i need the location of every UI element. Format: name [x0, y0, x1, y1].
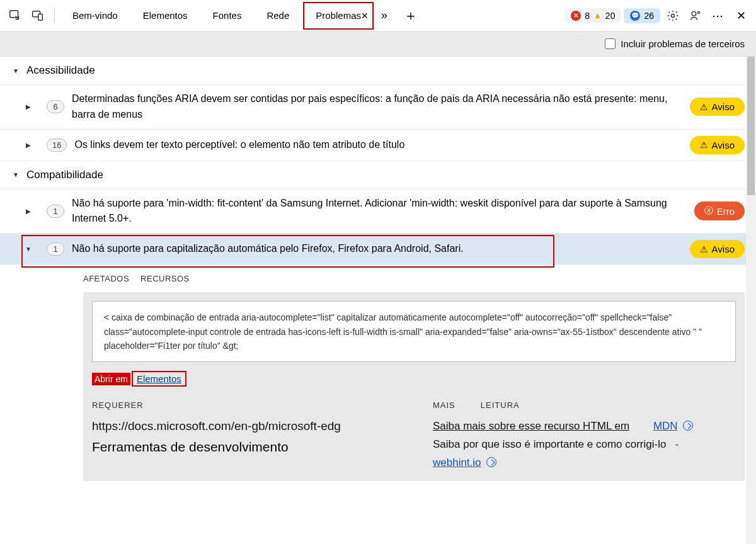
- warning-triangle-icon: ⚠: [700, 244, 708, 254]
- more-tabs-chevron-icon[interactable]: »: [376, 9, 392, 22]
- severity-label: Aviso: [712, 140, 735, 150]
- issue-text: Não há suporte para 'min-width: fit-cont…: [72, 196, 687, 227]
- settings-gear-icon[interactable]: [663, 6, 683, 26]
- warning-triangle-icon: ⚠: [700, 102, 708, 112]
- tab-elements[interactable]: Elementos: [132, 0, 199, 31]
- inspect-element-icon[interactable]: [5, 6, 25, 26]
- scrollbar-thumb[interactable]: [747, 57, 755, 195]
- chevron-right-icon: [24, 140, 33, 149]
- issue-text: Não há suporte para capitalização automá…: [72, 241, 682, 257]
- svg-point-4: [692, 11, 696, 16]
- scrollbar-track[interactable]: [746, 57, 756, 544]
- severity-badge-warning: ⚠ Aviso: [690, 240, 745, 258]
- tab-issues[interactable]: Problemas ✕: [303, 2, 374, 30]
- issue-text: Os links devem ter texto perceptível: o …: [74, 137, 682, 153]
- checkbox-icon: [605, 38, 616, 49]
- include-third-party-checkbox[interactable]: Incluir problemas de terceiros: [605, 38, 745, 49]
- more-reading-column: MAISLEITURA Saiba mais sobre esse recurs…: [433, 400, 736, 472]
- devtools-toolbar: Bem-vindo Elementos Fontes Rede Problema…: [0, 0, 756, 31]
- tab-network[interactable]: Rede: [255, 0, 301, 31]
- issue-count-badge: 16: [47, 139, 67, 152]
- close-devtools-icon[interactable]: ✕: [731, 6, 751, 26]
- chevron-right-icon: [24, 207, 33, 215]
- error-circle-icon: ⓧ: [704, 205, 713, 217]
- category-compatibility[interactable]: Compatibilidade: [0, 161, 756, 190]
- tab-sources[interactable]: Fontes: [202, 0, 253, 31]
- toolbar-separator: [54, 9, 55, 23]
- affected-code-snippet: < caixa de combinação de entrada aria-au…: [92, 301, 736, 362]
- error-dot-icon: ✕: [571, 11, 581, 21]
- external-link-icon: [683, 421, 693, 431]
- issue-count-badge: 6: [47, 100, 64, 113]
- warning-triangle-icon: ⚠: [700, 140, 708, 150]
- device-toggle-icon[interactable]: [28, 6, 48, 26]
- open-in-row: Abrir em Elementos: [92, 371, 736, 387]
- feedback-icon[interactable]: [685, 6, 706, 26]
- request-column: REQUERER https://docs.microsoft.com/en-g…: [92, 400, 395, 472]
- detail-body: < caixa de combinação de entrada aria-au…: [83, 292, 745, 481]
- detail-tab-affected[interactable]: AFETADOS: [83, 274, 129, 283]
- svg-point-5: [697, 11, 699, 13]
- more-reading-line1: Saiba mais sobre esse recurso HTML em MD…: [433, 417, 736, 436]
- chevron-down-icon: [11, 66, 20, 75]
- category-accessibility[interactable]: Acessibilidade: [0, 57, 756, 85]
- issue-text: Determinadas funções ARIA devem ser cont…: [72, 91, 682, 123]
- more-reading-heading: MAISLEITURA: [433, 400, 736, 410]
- issue-row-selected[interactable]: 1 Não há suporte para capitalização auto…: [0, 234, 756, 265]
- message-count: 26: [644, 11, 654, 21]
- webhint-link[interactable]: webhint.io: [433, 456, 481, 468]
- severity-label: Aviso: [712, 101, 735, 112]
- request-subtitle: Ferramentas de desenvolvimento: [92, 439, 395, 455]
- warning-triangle-icon: ▲: [593, 11, 602, 20]
- issue-count-badge: 1: [47, 205, 64, 218]
- request-heading: REQUERER: [92, 400, 395, 410]
- message-dot-icon: 💬: [630, 11, 640, 21]
- external-link-icon: [486, 457, 496, 467]
- open-in-elements-link[interactable]: Elementos: [132, 371, 186, 387]
- severity-label: Erro: [717, 206, 735, 217]
- chevron-right-icon: [24, 103, 33, 111]
- chevron-down-icon: [11, 171, 20, 179]
- message-counter[interactable]: 💬 26: [624, 8, 660, 23]
- severity-badge-error: ⓧ Erro: [694, 201, 745, 220]
- issue-row[interactable]: 1 Não há suporte para 'min-width: fit-co…: [0, 190, 756, 234]
- issue-count-badge: 1: [47, 242, 64, 256]
- request-url[interactable]: https://docs.microsoft.com/en-gb/microso…: [92, 417, 395, 436]
- severity-badge-warning: ⚠ Aviso: [690, 136, 745, 154]
- issue-row[interactable]: 16 Os links devem ter texto perceptível:…: [0, 130, 756, 161]
- severity-badge-warning: ⚠ Aviso: [690, 98, 745, 116]
- chevron-down-icon: [24, 245, 33, 254]
- detail-tab-resources[interactable]: RECURSOS: [140, 274, 190, 283]
- issue-detail-panel: AFETADOS RECURSOS < caixa de combinação …: [0, 265, 756, 490]
- tab-issues-label: Problemas: [316, 10, 361, 21]
- error-count: 8: [585, 11, 590, 21]
- close-icon[interactable]: ✕: [361, 11, 369, 21]
- include-third-party-label: Incluir problemas de terceiros: [621, 38, 745, 49]
- detail-tabs: AFETADOS RECURSOS: [83, 274, 745, 283]
- svg-rect-2: [38, 14, 42, 20]
- open-in-label: Abrir em: [92, 373, 130, 385]
- issues-filter-bar: Incluir problemas de terceiros: [0, 31, 756, 57]
- more-reading-line2: Saiba por que isso é importante e como c…: [433, 436, 736, 472]
- category-label: Compatibilidade: [26, 169, 103, 181]
- category-label: Acessibilidade: [26, 64, 95, 77]
- add-tab-icon[interactable]: ＋: [395, 6, 427, 25]
- kebab-menu-icon[interactable]: ⋯: [708, 6, 728, 26]
- mdn-link[interactable]: MDN: [653, 420, 678, 432]
- error-warning-counter[interactable]: ✕ 8 ▲ 20: [564, 8, 621, 23]
- issue-row[interactable]: 6 Determinadas funções ARIA devem ser co…: [0, 85, 756, 130]
- issues-content: Acessibilidade 6 Determinadas funções AR…: [0, 57, 756, 544]
- tab-welcome[interactable]: Bem-vindo: [61, 0, 129, 31]
- svg-point-3: [672, 14, 675, 17]
- severity-label: Aviso: [712, 244, 735, 254]
- warning-count: 20: [605, 11, 616, 21]
- svg-rect-0: [10, 10, 18, 17]
